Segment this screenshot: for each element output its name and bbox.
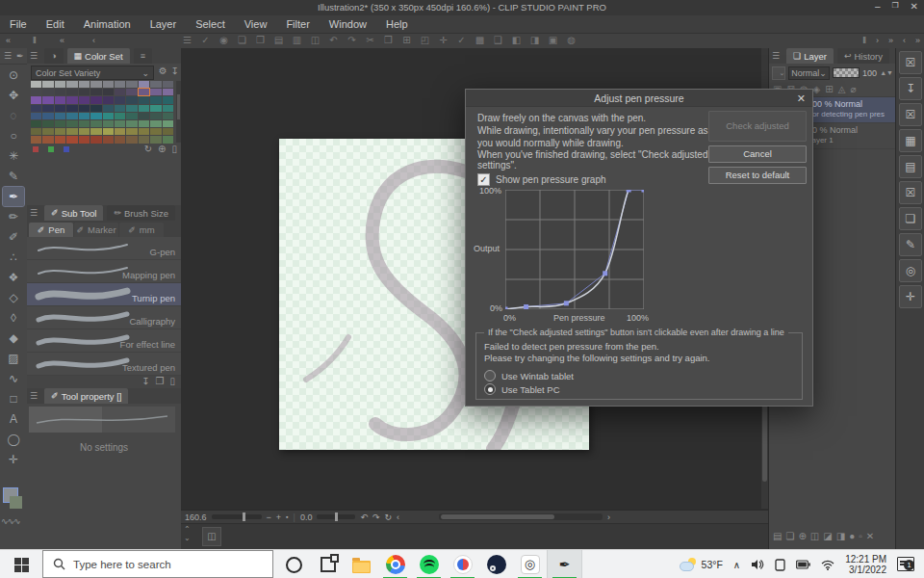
command-icon[interactable]: ▥ [291, 35, 303, 45]
command-icon[interactable]: ⊞ [400, 35, 413, 45]
sub-tool-action-icon[interactable]: ↧ [141, 376, 149, 388]
color-swatch[interactable] [115, 81, 125, 88]
brush-tool[interactable]: ✐ [3, 227, 24, 247]
rotate-cw-icon[interactable]: ↷ [372, 512, 380, 522]
material-panel-button[interactable]: ✛ [899, 285, 922, 308]
scrollbar-thumb[interactable] [441, 514, 554, 519]
panel-menu-icon[interactable]: ☰ [27, 391, 40, 401]
use-tablet-pc-radio[interactable]: Use Tablet PC [484, 383, 560, 395]
airbrush-tool[interactable]: ∴ [3, 248, 24, 267]
opacity-slider[interactable] [833, 67, 860, 78]
blend-mode-select[interactable]: Normal⌄ [788, 66, 830, 80]
menu-item[interactable]: File [0, 17, 37, 31]
rotate-ccw-icon[interactable]: ↶ [360, 512, 368, 522]
color-swatch[interactable] [42, 128, 53, 135]
sub-tool-group-tab[interactable]: ✐Pen [29, 223, 73, 237]
color-swatch[interactable] [79, 136, 90, 143]
recent-color-chip[interactable] [48, 146, 54, 152]
color-swatch[interactable] [55, 120, 65, 127]
material-panel-button[interactable]: ✎ [899, 233, 922, 256]
opacity-stepper[interactable]: ▲▼ [880, 70, 893, 75]
maximize-button[interactable]: ❒ [891, 1, 898, 12]
expand-up-icon[interactable]: ⌃ [184, 525, 191, 534]
color-swatch[interactable] [126, 113, 137, 119]
command-icon[interactable]: ◨ [528, 35, 541, 45]
color-swatch[interactable] [31, 136, 41, 143]
wrench-icon[interactable]: ⚙ [159, 66, 167, 76]
zoom-slider[interactable] [212, 514, 262, 519]
command-icon[interactable]: ↶ [327, 35, 340, 45]
color-swatch[interactable] [139, 128, 149, 135]
color-swatch[interactable] [115, 128, 125, 135]
color-swatch[interactable] [103, 113, 114, 119]
move-tool[interactable]: ✥ [3, 86, 24, 105]
material-panel-button[interactable]: ❏ [899, 207, 922, 230]
slider-handle[interactable] [243, 512, 245, 521]
zoom-in-button[interactable]: + [276, 512, 281, 522]
color-swatch[interactable] [126, 120, 137, 127]
sub-tool-item[interactable]: G-pen [27, 237, 181, 260]
command-icon[interactable]: ◫ [309, 35, 321, 45]
radio-circle-icon[interactable] [484, 370, 496, 381]
color-swatch[interactable] [163, 128, 173, 135]
color-swatch[interactable] [139, 113, 149, 119]
color-swatch[interactable] [139, 120, 149, 127]
fit-to-screen-button[interactable]: ▪ [286, 513, 288, 520]
decoration-tool[interactable]: ❖ [3, 268, 24, 287]
color-swatch[interactable] [55, 113, 65, 119]
layer-option-icon[interactable]: ⌀ [850, 84, 856, 94]
menu-item[interactable]: Animation [74, 17, 141, 31]
color-swatch[interactable] [139, 81, 149, 88]
main-color-control[interactable] [3, 487, 24, 511]
command-icon[interactable]: ✛ [437, 35, 449, 45]
material-panel-button[interactable]: ↧ [899, 77, 922, 100]
dialog-title-bar[interactable]: Adjust pen pressure ✕ [466, 90, 812, 107]
frame-border-tool[interactable]: □ [3, 389, 24, 408]
color-swatch[interactable] [126, 128, 137, 135]
color-swatch[interactable] [126, 136, 137, 143]
color-swatch[interactable] [42, 81, 53, 88]
color-swatch[interactable] [66, 105, 77, 112]
tab-color-wheel[interactable]: ◑ [44, 48, 63, 64]
color-swatch[interactable] [126, 89, 137, 95]
text-tool[interactable]: A [3, 409, 24, 429]
color-swatch[interactable] [90, 81, 101, 88]
search-input[interactable]: Type here to search [42, 550, 273, 578]
sub-tool-action-icon[interactable]: ❐ [156, 376, 165, 388]
check-adjusted-settings-button[interactable]: Check adjusted settings [708, 111, 807, 142]
collapse-icon[interactable]: › [876, 36, 879, 45]
tray-chevron-icon[interactable]: ∧ [733, 560, 740, 570]
color-swatch[interactable] [42, 89, 53, 95]
collapse-icon[interactable]: « [60, 36, 64, 45]
layer-action-icon[interactable]: ● [849, 531, 855, 541]
layer-action-icon[interactable]: ✕ [866, 531, 874, 541]
rotation-slider[interactable] [317, 514, 355, 519]
eraser-tool[interactable]: ◇ [3, 288, 24, 307]
fwd-chevron-icon[interactable]: › [607, 512, 610, 522]
layer-action-icon[interactable]: ◪ [823, 531, 832, 541]
color-swatch[interactable] [90, 128, 101, 135]
color-swatch[interactable] [42, 105, 53, 112]
panel-menu-icon[interactable]: ☰ [27, 208, 40, 218]
color-swatch[interactable] [115, 136, 125, 143]
command-icon[interactable]: ◰ [419, 35, 431, 45]
color-swatch[interactable] [163, 120, 173, 127]
color-swatch[interactable] [55, 136, 65, 143]
color-swatch[interactable] [103, 128, 114, 135]
color-swatch[interactable] [90, 113, 101, 119]
color-swatch[interactable] [163, 81, 173, 88]
fill-tool[interactable]: ◆ [3, 328, 24, 348]
pencil-tool[interactable]: ✏ [3, 207, 24, 226]
clip-studio-paint[interactable]: ✒ [547, 550, 582, 578]
color-swatch[interactable] [79, 105, 90, 112]
color-swatch[interactable] [150, 96, 161, 103]
color-swatch[interactable] [163, 96, 173, 103]
color-swatch[interactable] [90, 120, 101, 127]
menu-item[interactable]: Filter [276, 17, 319, 31]
expand-down-icon[interactable]: ⌄ [184, 534, 191, 542]
color-set-action-icon[interactable]: ↻ [144, 144, 152, 154]
cancel-button[interactable]: Cancel [708, 145, 807, 163]
layer-action-icon[interactable]: ⊕ [798, 531, 806, 541]
command-icon[interactable]: ☰ [181, 35, 193, 45]
material-panel-button[interactable]: ☒ [899, 51, 922, 74]
